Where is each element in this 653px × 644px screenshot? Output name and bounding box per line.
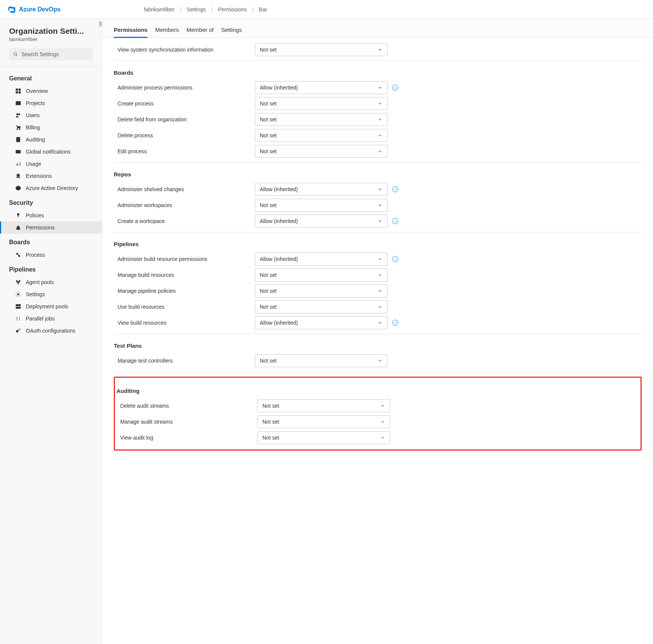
permission-select[interactable]: Not set (255, 43, 388, 56)
permission-select[interactable]: Not set (255, 129, 388, 142)
sidebar-item-settings[interactable]: Settings (0, 288, 102, 300)
sidebar-item-users[interactable]: Users (0, 109, 102, 121)
overview-icon (15, 88, 21, 94)
chevron-down-icon (377, 304, 383, 309)
permission-label: View system synchronization information (114, 47, 250, 53)
sidebar-item-billing[interactable]: Billing (0, 121, 102, 134)
svg-rect-4 (16, 91, 18, 93)
users-icon (15, 112, 21, 118)
sidebar-item-extensions[interactable]: Extensions (0, 170, 102, 182)
info-icon[interactable]: i (392, 320, 398, 326)
tab-members[interactable]: Members (155, 27, 179, 38)
permission-select[interactable]: Not set (255, 145, 388, 158)
sidebar-item-label: Users (26, 112, 40, 118)
process-icon (15, 252, 21, 258)
breadcrumb-item[interactable]: Settings (187, 6, 206, 13)
agentpools-icon (15, 279, 21, 285)
content: PermissionsMembersMember ofSettings View… (102, 19, 653, 644)
permission-select[interactable]: Allow (inherited) (255, 253, 388, 265)
permission-select[interactable]: Not set (255, 354, 388, 367)
info-icon[interactable]: i (392, 85, 398, 91)
sidebar-item-label: Agent pools (26, 279, 54, 285)
sidebar-item-overview[interactable]: Overview (0, 85, 102, 97)
tab-settings[interactable]: Settings (221, 27, 242, 38)
permission-select[interactable]: Allow (inherited) (255, 183, 388, 196)
svg-point-9 (19, 113, 20, 115)
permission-label: Administer workspaces (114, 202, 250, 208)
permission-select[interactable]: Not set (255, 269, 388, 281)
permission-label: Use build resources (114, 304, 250, 310)
permission-select[interactable]: Not set (255, 113, 388, 126)
chevron-down-icon (377, 320, 383, 325)
sidebar-scrollbar-thumb[interactable] (99, 21, 102, 27)
sidebar-item-auditing[interactable]: Auditing (0, 134, 102, 146)
permission-label: Delete field from organization (114, 116, 250, 123)
permission-select[interactable]: Not set (255, 300, 388, 313)
permission-group-header: Repos (114, 163, 642, 181)
billing-icon (15, 124, 21, 130)
permission-select[interactable]: Not set (257, 399, 390, 412)
sidebar-item-label: OAuth configurations (26, 328, 75, 334)
svg-point-29 (19, 280, 20, 281)
sidebar-item-process[interactable]: Process (0, 249, 102, 261)
permission-row: Manage pipeline policiesNot set (114, 283, 642, 299)
permission-value: Not set (260, 116, 276, 123)
info-icon[interactable]: i (392, 256, 398, 262)
sidebar-item-label: Projects (26, 100, 45, 106)
permission-row: Administer build resource permissionsAll… (114, 251, 642, 267)
projects-icon (15, 100, 21, 106)
sidebar-item-permissions[interactable]: Permissions (0, 221, 102, 234)
permission-select[interactable]: Not set (255, 97, 388, 110)
chevron-down-icon (377, 47, 383, 52)
sidebar-item-projects[interactable]: Projects (0, 97, 102, 109)
svg-marker-23 (16, 186, 20, 190)
svg-rect-5 (19, 91, 20, 93)
sidebar-item-usage[interactable]: Usage (0, 158, 102, 170)
permission-select[interactable]: Not set (255, 284, 388, 297)
permission-select[interactable]: Not set (257, 415, 390, 428)
svg-rect-2 (16, 89, 18, 91)
permission-group-header: Auditing (116, 379, 637, 398)
svg-rect-25 (17, 227, 20, 229)
permission-value: Allow (inherited) (260, 186, 298, 192)
permission-select[interactable]: Allow (inherited) (255, 316, 388, 329)
sidebar-item-azure-active-directory[interactable]: Azure Active Directory (0, 182, 102, 194)
sidebar-item-global-notifications[interactable]: Global notifications (0, 146, 102, 158)
permission-select[interactable]: Allow (inherited) (255, 81, 388, 94)
sidebar-item-label: Usage (26, 161, 41, 167)
sidebar-item-label: Process (26, 252, 45, 258)
permission-row: Create processNot set (114, 96, 642, 112)
permission-group-header: Boards (114, 61, 642, 80)
tab-permissions[interactable]: Permissions (114, 27, 148, 38)
chevron-down-icon (377, 133, 383, 138)
permission-group-header: Test Plans (114, 334, 642, 353)
sidebar-scrollbar[interactable] (98, 19, 102, 644)
breadcrumb-item[interactable]: Bar (259, 6, 267, 13)
search-input[interactable] (21, 51, 89, 57)
chevron-down-icon (377, 101, 383, 106)
sidebar-item-deployment-pools[interactable]: Deployment pools (0, 300, 102, 313)
search-settings[interactable] (9, 48, 93, 60)
permission-select[interactable]: Not set (255, 199, 388, 212)
breadcrumb-separator: / (180, 6, 181, 13)
info-icon[interactable]: i (392, 186, 398, 192)
breadcrumb-item[interactable]: fabrikamfiber (144, 6, 174, 13)
sidebar-item-label: Billing (26, 124, 40, 130)
tab-member-of[interactable]: Member of (187, 27, 214, 38)
sidebar-section-header: Boards (0, 234, 102, 249)
permission-select[interactable]: Allow (inherited) (255, 215, 388, 228)
info-icon[interactable]: i (392, 218, 398, 224)
aad-icon (15, 185, 21, 191)
product-logo-wrap[interactable]: Azure DevOps (8, 5, 60, 14)
sidebar-item-parallel-jobs[interactable]: Parallel jobs (0, 313, 102, 325)
svg-rect-16 (16, 150, 20, 153)
breadcrumb-item[interactable]: Permissions (218, 6, 247, 13)
group-divider (114, 372, 642, 372)
sidebar-item-policies[interactable]: Policies (0, 209, 102, 221)
svg-point-38 (16, 330, 18, 332)
permission-select[interactable]: Not set (257, 431, 390, 444)
svg-point-24 (17, 214, 19, 215)
sidebar-item-oauth-configurations[interactable]: OAuth configurations (0, 325, 102, 337)
sidebar-item-agent-pools[interactable]: Agent pools (0, 276, 102, 288)
permission-row: Use build resourcesNot set (114, 299, 642, 315)
